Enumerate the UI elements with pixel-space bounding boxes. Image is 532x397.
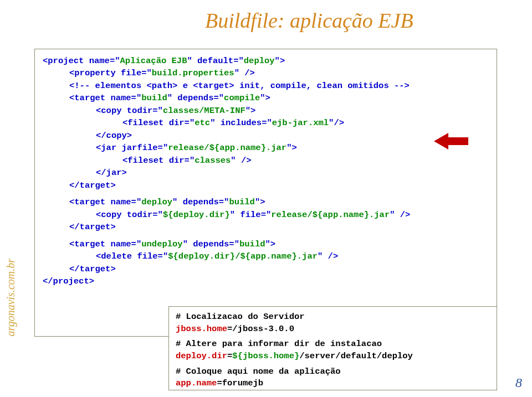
highlight-arrow-icon <box>434 133 468 149</box>
code-text: <fileset dir=" <box>122 118 195 128</box>
code-text: build <box>229 197 255 207</box>
slide-title: Buildfile: aplicação EJB <box>205 8 413 33</box>
code-text: " /> <box>234 68 255 78</box>
code-block-buildxml: <project name="Aplicação EJB" default="d… <box>34 49 497 337</box>
code-text: " /> <box>318 251 338 261</box>
code-text: "> <box>287 143 297 153</box>
code-text: undeploy <box>141 239 182 249</box>
code-text: " /> <box>231 156 251 166</box>
code-text: classes/META-INF <box>163 106 245 116</box>
code-text: deploy <box>141 197 172 207</box>
code-text: "> <box>265 239 276 249</box>
code-text: " depends=" <box>172 197 229 207</box>
code-text: </target> <box>69 222 116 232</box>
code-text: " depends=" <box>167 93 224 103</box>
code-text: build.properties <box>152 68 234 78</box>
props-key: app.name <box>176 378 217 388</box>
code-text: compile <box>224 93 260 103</box>
props-val: =forumejb <box>217 378 263 388</box>
code-text: "/> <box>329 118 344 128</box>
props-val: ${jboss.home} <box>232 351 299 361</box>
code-text: <copy todir=" <box>96 210 163 220</box>
props-val: =/jboss-3.0.0 <box>227 324 294 334</box>
code-text: " file=" <box>230 210 271 220</box>
code-text: <target name=" <box>69 93 141 103</box>
code-text: <delete file=" <box>96 251 168 261</box>
code-text: "> <box>260 93 270 103</box>
code-text: </project> <box>43 276 94 286</box>
props-key: jboss.home <box>176 324 227 334</box>
code-text: </target> <box>69 181 116 190</box>
code-text: </target> <box>69 264 116 274</box>
code-text: Aplicação EJB <box>120 56 187 66</box>
props-val: /server/default/deploy <box>299 351 413 361</box>
props-comment: # Coloque aqui nome da aplicação <box>176 367 341 377</box>
code-text: "> <box>245 106 256 116</box>
code-comment: <!-- elementos <path> e <target> init, c… <box>69 81 410 91</box>
code-text: classes <box>195 156 231 166</box>
brand-label: argonavis.com.br <box>4 259 17 336</box>
code-text: etc <box>195 118 210 128</box>
code-text: <property file=" <box>69 68 152 78</box>
code-text: <target name=" <box>69 239 141 249</box>
code-text: <target name=" <box>69 197 141 207</box>
code-text: </copy> <box>96 131 132 141</box>
code-text: ${deploy.dir}/${app.name}.jar <box>168 251 318 261</box>
code-text: ejb-jar.xml <box>272 118 329 128</box>
code-text: "> <box>275 56 285 66</box>
code-text: build <box>239 239 265 249</box>
page-number: 8 <box>515 375 522 390</box>
code-text: release/${app.name}.jar <box>271 210 390 220</box>
props-val: = <box>227 351 232 361</box>
code-text: " depends=" <box>183 239 239 249</box>
code-text: build <box>141 93 167 103</box>
props-key: deploy.dir <box>176 351 227 361</box>
code-text: " default=" <box>187 56 243 66</box>
props-comment: # Localizacao do Servidor <box>176 312 305 322</box>
code-text: release/${app.name}.jar <box>168 143 287 153</box>
code-text: </jar> <box>96 168 127 178</box>
code-text: <copy todir=" <box>96 106 163 116</box>
code-text: ${deploy.dir} <box>163 210 230 220</box>
code-text: <jar jarfile=" <box>96 143 168 153</box>
code-block-buildprops: # Localizacao do Servidor jboss.home=/jb… <box>168 306 497 390</box>
code-text: <project name=" <box>43 56 120 66</box>
code-text: <fileset dir=" <box>122 156 195 166</box>
code-text: deploy <box>244 56 275 66</box>
code-text: " includes=" <box>210 118 272 128</box>
code-text: " /> <box>390 210 410 220</box>
code-text: "> <box>255 197 265 207</box>
props-comment: # Altere para informar dir de instalacao <box>176 339 382 349</box>
